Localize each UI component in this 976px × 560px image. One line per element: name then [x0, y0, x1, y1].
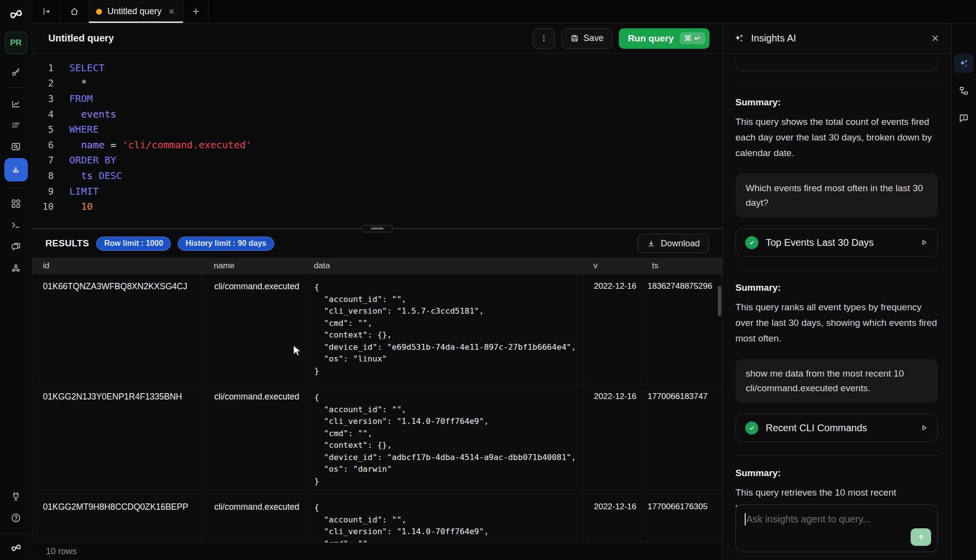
right-rail [951, 23, 976, 560]
run-query-button[interactable]: Run query ⌘↵ [619, 28, 710, 49]
editor-line[interactable]: 5WHERE [32, 121, 722, 137]
query-result-card[interactable]: Top Events Last 30 Days [735, 228, 938, 257]
send-button[interactable] [911, 528, 931, 546]
rail-item-tree[interactable] [954, 81, 974, 100]
download-button[interactable]: Download [637, 234, 709, 253]
close-panel-button[interactable] [931, 34, 940, 43]
cell-ts: 18362748875296 [641, 274, 722, 384]
column-header-ts[interactable]: ts [641, 261, 722, 271]
sidebar-group-low [4, 193, 28, 279]
more-options-button[interactable] [533, 28, 555, 49]
column-header-name[interactable]: name [203, 261, 306, 271]
line-number: 9 [32, 186, 54, 197]
editor-line[interactable]: 10 10 [32, 199, 722, 214]
line-number: 10 [32, 201, 54, 212]
home-button[interactable] [61, 0, 89, 23]
query-result-card[interactable]: Recent CLI Commands [735, 414, 938, 442]
sidebar-item-key[interactable] [4, 61, 28, 82]
insights-composer[interactable]: Ask insights agent to query... [735, 504, 938, 552]
feedback-icon [958, 113, 969, 123]
run-shortcut-badge: ⌘↵ [680, 32, 705, 44]
row-count: 10 rows [46, 546, 77, 557]
editor-line[interactable]: 7ORDER BY [32, 153, 722, 168]
code-text: WHERE [69, 123, 99, 135]
insights-conversation: Summary:This query shows the total count… [723, 54, 951, 560]
line-number: 7 [32, 155, 54, 165]
code-text: 10 [69, 200, 93, 212]
column-header-id[interactable]: id [32, 261, 203, 271]
editor-line[interactable]: 9LIMIT [32, 183, 722, 199]
sidebar-item-chart-line[interactable] [4, 93, 28, 114]
query-header: Untitled query Save Run query ⌘↵ [32, 23, 722, 54]
list-icon [10, 120, 21, 131]
editor-line[interactable]: 1SELECT [32, 60, 722, 76]
code-text: ts DESC [69, 170, 122, 181]
column-header-data[interactable]: data [306, 261, 583, 271]
rail-item-sparkle[interactable] [954, 54, 974, 73]
sidebar-item-chat[interactable] [4, 236, 28, 257]
summary-title: Summary: [735, 97, 938, 108]
sidebar-item-plug[interactable] [4, 485, 28, 507]
sidebar-item-help[interactable] [4, 507, 28, 528]
sidebar-item-list[interactable] [4, 114, 28, 136]
sidebar-item-grid[interactable] [4, 193, 28, 214]
chart-line-icon [10, 98, 21, 109]
results-table: 01K66TQNZA3WFBQ8XN2KXSG4CJcli/command.ex… [32, 274, 722, 542]
sidebar-item-integrations[interactable] [4, 257, 28, 279]
mouse-cursor [291, 344, 304, 357]
cell-v: 2022-12-16 [583, 384, 641, 494]
table-row[interactable]: 01KGG2MT9H8H8CCDQ0ZK16BEPPcli/command.ex… [32, 495, 722, 542]
table-scrollbar[interactable] [718, 286, 721, 316]
table-row[interactable]: 01KGG2N1J3Y0ENP1R4F1335BNHcli/command.ex… [32, 384, 722, 495]
insights-panel: Insights AI Summary:This query shows the… [722, 23, 951, 560]
tab-untitled-query[interactable]: Untitled query [89, 0, 183, 23]
bar-chart-icon [10, 164, 21, 176]
cell-id: 01KGG2MT9H8H8CCDQ0ZK16BEPP [32, 495, 203, 542]
sidebar-footer [0, 534, 32, 560]
limit-pill[interactable]: Row limit : 1000 [96, 237, 171, 251]
sidebar-divider [8, 87, 24, 88]
cell-ts: 1770066183747 [641, 384, 722, 494]
rail-item-feedback[interactable] [954, 108, 974, 128]
table-row[interactable]: 01K66TQNZA3WFBQ8XN2KXSG4CJcli/command.ex… [32, 274, 722, 384]
sidebar-item-bar-chart[interactable] [4, 158, 28, 181]
sql-editor[interactable]: 1SELECT2 *3FROM4 events5WHERE6 name = 'c… [32, 54, 722, 228]
editor-line[interactable]: 8 ts DESC [32, 168, 722, 183]
save-button[interactable]: Save [561, 28, 612, 49]
page-title: Untitled query [48, 33, 114, 44]
column-header-v[interactable]: v [583, 261, 641, 271]
avatar[interactable]: PR [5, 32, 27, 54]
results-toolbar: RESULTS Row limit : 1000History limit : … [32, 229, 722, 258]
close-tab-button[interactable] [168, 8, 175, 15]
line-number: 6 [32, 140, 54, 150]
pane-splitter[interactable] [32, 228, 722, 229]
play-icon[interactable] [919, 423, 928, 432]
section-divider [735, 270, 938, 270]
editor-line[interactable]: 6 name = 'cli/command.executed' [32, 137, 722, 153]
editor-line[interactable]: 4 events [32, 106, 722, 122]
splitter-handle[interactable] [361, 225, 393, 232]
results-label: RESULTS [45, 238, 89, 249]
tab-bar: Untitled query [32, 0, 976, 23]
card-label: Recent CLI Commands [766, 422, 867, 434]
footer-logo-icon [9, 540, 23, 555]
collapse-sidebar-button[interactable] [32, 0, 61, 23]
cell-data: { "account_id": "", "cli_version": "1.5.… [306, 274, 583, 384]
cell-name: cli/command.executed [203, 495, 306, 542]
editor-line[interactable]: 3FROM [32, 91, 722, 106]
editor-line[interactable]: 2 * [32, 76, 722, 91]
text-caret [745, 513, 746, 525]
line-number: 3 [32, 93, 54, 104]
tree-icon [958, 85, 969, 96]
cell-id: 01KGG2N1J3Y0ENP1R4F1335BNH [32, 384, 203, 494]
plug-icon [10, 491, 21, 502]
line-number: 8 [32, 170, 54, 181]
new-tab-button[interactable] [183, 0, 209, 23]
sidebar-item-terminal[interactable] [4, 214, 28, 236]
limit-pill[interactable]: History limit : 90 days [178, 237, 274, 251]
summary-text: This query shows the total count of even… [735, 114, 938, 161]
cell-id: 01K66TQNZA3WFBQ8XN2KXSG4CJ [32, 274, 203, 384]
sidebar-group-bottom [4, 485, 28, 528]
sidebar-item-search-box[interactable] [4, 136, 28, 157]
play-icon[interactable] [919, 238, 928, 247]
